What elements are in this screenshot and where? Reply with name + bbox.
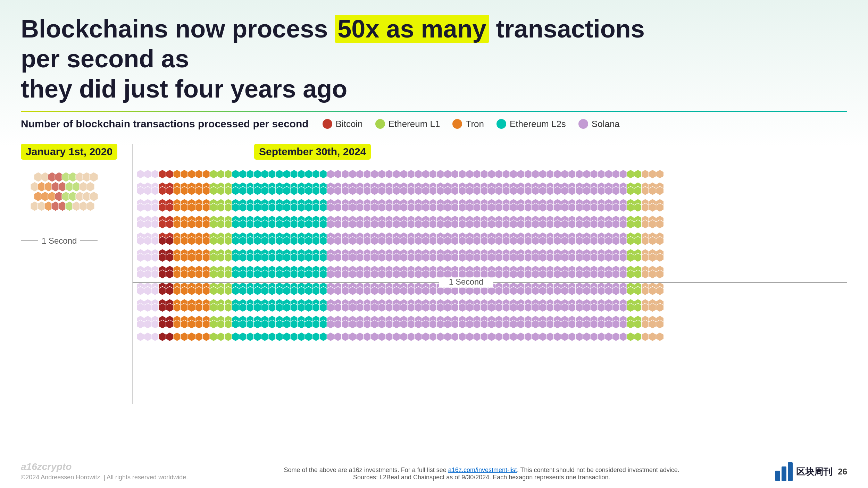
svg-marker-651 (400, 236, 408, 245)
svg-marker-216 (378, 186, 386, 195)
svg-marker-381 (532, 203, 539, 212)
svg-marker-82 (451, 170, 459, 178)
hex-grid-2020 (21, 165, 118, 235)
svg-marker-967 (605, 270, 612, 278)
svg-marker-241 (561, 186, 569, 195)
svg-marker-768 (202, 253, 210, 262)
svg-marker-780 (290, 253, 298, 262)
svg-marker-1219 (341, 303, 349, 312)
svg-marker-93 (532, 170, 539, 178)
svg-marker-41 (151, 170, 159, 178)
svg-marker-345 (268, 203, 276, 212)
svg-marker-73 (385, 170, 393, 178)
svg-marker-1375 (429, 320, 437, 329)
svg-marker-540 (641, 220, 649, 228)
svg-marker-1420 (232, 333, 239, 341)
svg-marker-903 (137, 270, 144, 278)
svg-marker-362 (393, 203, 400, 212)
svg-marker-17 (86, 182, 94, 192)
svg-marker-791 (371, 253, 378, 262)
svg-marker-542 (656, 220, 663, 228)
svg-marker-481 (210, 220, 217, 228)
svg-marker-510 (422, 220, 429, 228)
svg-marker-924 (290, 270, 298, 278)
svg-marker-654 (422, 236, 429, 245)
svg-marker-235 (517, 186, 525, 195)
svg-marker-340 (232, 203, 239, 212)
svg-marker-809 (502, 253, 510, 262)
svg-marker-1057 (210, 286, 217, 295)
svg-marker-353 (327, 203, 334, 212)
svg-marker-71 (371, 170, 378, 178)
svg-marker-480 (202, 220, 210, 228)
svg-marker-1047 (137, 286, 144, 295)
svg-marker-358 (364, 203, 371, 212)
svg-marker-1348 (232, 320, 239, 329)
svg-marker-932 (349, 270, 357, 278)
svg-marker-620 (173, 236, 181, 245)
svg-marker-647 (371, 236, 378, 245)
investment-list-link[interactable]: a16z.com/investment-list (448, 466, 517, 473)
svg-marker-49 (210, 170, 217, 178)
svg-marker-966 (598, 270, 605, 278)
svg-marker-250 (627, 186, 634, 195)
svg-marker-1262 (656, 303, 663, 312)
svg-marker-78 (422, 170, 429, 178)
svg-marker-1098 (510, 286, 517, 295)
svg-marker-1341 (181, 320, 188, 329)
svg-marker-1386 (510, 320, 517, 329)
svg-marker-765 (181, 253, 188, 262)
svg-marker-923 (283, 270, 291, 278)
svg-marker-1227 (400, 303, 408, 312)
svg-marker-1200 (202, 303, 210, 312)
bitcoin-label: Bitcoin (336, 119, 363, 129)
svg-marker-1349 (239, 320, 247, 329)
svg-marker-106 (627, 170, 634, 178)
svg-marker-1414 (188, 333, 195, 341)
svg-marker-201 (268, 186, 276, 195)
svg-marker-787 (341, 253, 349, 262)
hex-grid-2024: 1 Second (133, 165, 847, 401)
svg-marker-644 (349, 236, 357, 245)
svg-marker-352 (319, 203, 327, 212)
svg-marker-913 (210, 270, 217, 278)
svg-marker-973 (649, 270, 656, 278)
svg-marker-816 (553, 253, 561, 262)
svg-marker-1086 (422, 286, 429, 295)
svg-marker-618 (159, 236, 166, 245)
legend: Bitcoin Ethereum L1 Tron Ethereum L2s So… (323, 119, 620, 129)
svg-marker-208 (319, 186, 327, 195)
svg-marker-933 (356, 270, 364, 278)
svg-marker-1380 (466, 320, 474, 329)
svg-marker-1048 (144, 286, 152, 295)
svg-marker-212 (349, 186, 357, 195)
svg-marker-1240 (495, 303, 503, 312)
svg-marker-808 (495, 253, 503, 262)
svg-marker-109 (649, 170, 656, 178)
svg-marker-1090 (451, 286, 459, 295)
svg-marker-1400 (612, 320, 620, 329)
svg-marker-1092 (466, 286, 474, 295)
svg-marker-785 (327, 253, 334, 262)
svg-marker-1399 (605, 320, 612, 329)
svg-marker-188 (173, 186, 181, 195)
svg-marker-67 (341, 170, 349, 178)
svg-marker-1100 (524, 286, 532, 295)
svg-marker-805 (473, 253, 481, 262)
svg-marker-642 (334, 236, 342, 245)
svg-marker-1253 (590, 303, 598, 312)
divider-line (21, 111, 847, 112)
svg-marker-107 (634, 170, 642, 178)
svg-marker-641 (327, 236, 334, 245)
svg-marker-965 (590, 270, 598, 278)
svg-marker-223 (429, 186, 437, 195)
svg-marker-1446 (422, 333, 429, 341)
svg-marker-951 (488, 270, 495, 278)
svg-marker-929 (327, 270, 334, 278)
svg-marker-1351 (254, 320, 261, 329)
svg-marker-388 (583, 203, 591, 212)
svg-marker-1110 (598, 286, 605, 295)
svg-marker-360 (378, 203, 386, 212)
svg-marker-627 (224, 236, 232, 245)
svg-marker-822 (598, 253, 605, 262)
